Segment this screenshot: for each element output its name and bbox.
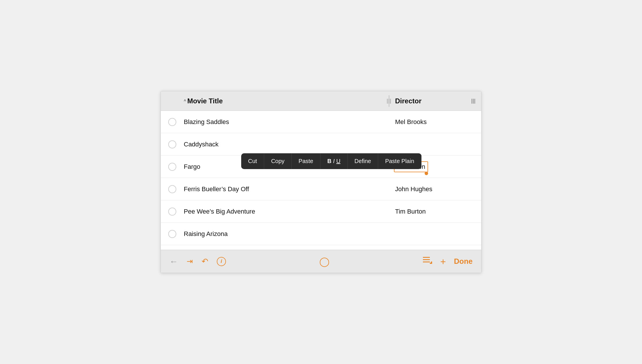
done-button[interactable]: Done xyxy=(454,257,473,266)
row-director-5[interactable]: Tim Burton xyxy=(389,208,481,215)
table-row: Blazing Saddles Mel Brooks xyxy=(161,111,481,133)
context-menu: Cut Copy Paste B I U Define Paste Plain xyxy=(241,153,421,169)
context-menu-cut[interactable]: Cut xyxy=(241,153,264,169)
row-radio-4[interactable] xyxy=(161,185,184,193)
radio-circle[interactable] xyxy=(168,118,176,126)
info-icon[interactable]: i xyxy=(217,257,226,266)
director-label: Director xyxy=(395,97,471,105)
radio-circle[interactable] xyxy=(168,163,176,171)
table-body: Cut Copy Paste B I U Define Paste Plain … xyxy=(161,111,481,250)
context-menu-arrow xyxy=(384,169,393,169)
context-menu-copy[interactable]: Copy xyxy=(264,153,292,169)
comment-icon[interactable]: ◯ xyxy=(319,256,330,267)
radio-circle[interactable] xyxy=(168,230,176,238)
app-container: ^ Movie Title ||| Director ||| Cut Copy … xyxy=(160,91,482,273)
undo-icon[interactable]: ↶ xyxy=(202,257,208,266)
table-row: Caddyshack xyxy=(161,133,481,156)
context-menu-paste[interactable]: Paste xyxy=(292,153,320,169)
svg-rect-1 xyxy=(423,259,430,260)
movie-title-header: ^ Movie Title xyxy=(161,97,389,105)
table-row: Star Wars xyxy=(161,245,481,250)
checklist-icon[interactable] xyxy=(423,256,432,266)
context-menu-paste-plain[interactable]: Paste Plain xyxy=(378,153,421,169)
svg-rect-4 xyxy=(430,263,432,264)
radio-circle[interactable] xyxy=(168,185,176,193)
radio-circle[interactable] xyxy=(168,140,176,148)
svg-rect-0 xyxy=(423,257,430,258)
row-movie-title-1[interactable]: Blazing Saddles xyxy=(184,118,389,126)
back-icon[interactable]: ← xyxy=(169,257,178,266)
row-movie-title-4[interactable]: Ferris Bueller’s Day Off xyxy=(184,185,389,193)
row-radio-5[interactable] xyxy=(161,208,184,216)
svg-rect-2 xyxy=(423,262,430,262)
toolbar: ← ⇥ ↶ i ◯ + Done xyxy=(161,250,481,273)
row-movie-title-6[interactable]: Raising Arizona xyxy=(184,230,389,238)
table-row: Raising Arizona xyxy=(161,223,481,245)
sort-indicator[interactable]: ^ xyxy=(184,99,186,103)
movie-title-label: Movie Title xyxy=(187,97,223,105)
row-radio-2[interactable] xyxy=(161,140,184,148)
add-icon[interactable]: + xyxy=(440,257,446,266)
row-radio-3[interactable] xyxy=(161,163,184,171)
row-director-1[interactable]: Mel Brooks xyxy=(389,118,481,126)
context-menu-biu[interactable]: B I U xyxy=(320,153,348,169)
row-radio-1[interactable] xyxy=(161,118,184,126)
director-header: Director ||| xyxy=(389,97,481,105)
table-row: Ferris Bueller’s Day Off John Hughes xyxy=(161,178,481,200)
row-radio-6[interactable] xyxy=(161,230,184,238)
header-row: ^ Movie Title ||| Director ||| xyxy=(161,91,481,111)
context-menu-define[interactable]: Define xyxy=(348,153,378,169)
selection-handle-bottom xyxy=(425,172,428,175)
toolbar-center: ◯ xyxy=(319,256,330,267)
radio-circle[interactable] xyxy=(168,208,176,216)
row-movie-title-2[interactable]: Caddyshack xyxy=(184,141,389,148)
toolbar-left: ← ⇥ ↶ i xyxy=(169,257,226,266)
toolbar-right: + Done xyxy=(423,256,473,266)
tab-icon[interactable]: ⇥ xyxy=(187,257,193,266)
row-director-4[interactable]: John Hughes xyxy=(389,185,481,193)
drag-handle-right: ||| xyxy=(471,98,475,104)
table-row: Pee Wee’s Big Adventure Tim Burton xyxy=(161,200,481,223)
row-movie-title-5[interactable]: Pee Wee’s Big Adventure xyxy=(184,208,389,215)
